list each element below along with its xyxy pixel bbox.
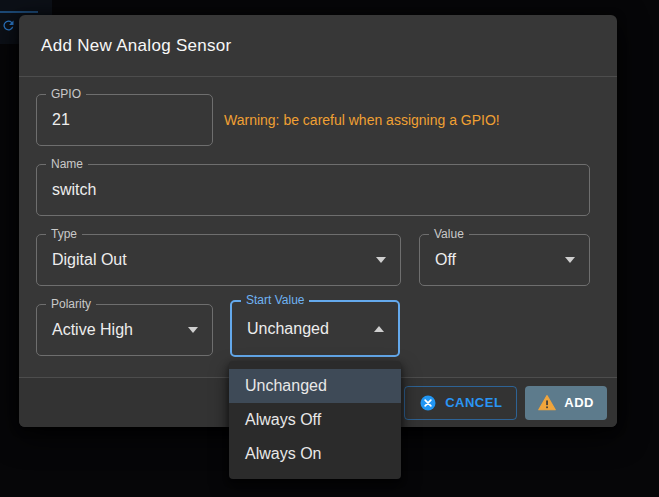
dialog-title: Add New Analog Sensor: [41, 36, 232, 56]
gpio-warning-text: Warning: be careful when assigning a GPI…: [224, 94, 584, 146]
refresh-icon[interactable]: [1, 18, 16, 33]
polarity-select[interactable]: Polarity Active High: [36, 304, 213, 356]
background-accent-line: [0, 11, 38, 13]
polarity-select-value: Active High: [37, 305, 212, 355]
dialog-header: Add New Analog Sensor: [19, 15, 617, 77]
value-select[interactable]: Value Off: [419, 234, 590, 286]
gpio-field: GPIO: [36, 94, 213, 146]
chevron-up-icon: [374, 326, 384, 332]
menu-item-always-off[interactable]: Always Off: [229, 403, 401, 437]
chevron-down-icon: [376, 257, 386, 263]
menu-item-unchanged[interactable]: Unchanged: [229, 369, 401, 403]
type-select-value: Digital Out: [37, 235, 400, 285]
add-button-label: ADD: [564, 395, 594, 410]
gpio-input[interactable]: [37, 95, 212, 145]
type-select[interactable]: Type Digital Out: [36, 234, 401, 286]
start-value-select[interactable]: Start Value Unchanged: [230, 300, 400, 357]
name-field: Name: [36, 164, 590, 216]
warning-triangle-icon: [538, 394, 556, 412]
cancel-button[interactable]: CANCEL: [404, 386, 517, 420]
value-select-value: Off: [420, 235, 589, 285]
chevron-down-icon: [565, 257, 575, 263]
menu-item-always-on[interactable]: Always On: [229, 437, 401, 471]
cancel-button-label: CANCEL: [445, 395, 502, 410]
cancel-circle-icon: [419, 394, 437, 412]
page-background: Add New Analog Sensor GPIO Warning: be c…: [0, 0, 659, 497]
add-button[interactable]: ADD: [525, 386, 607, 420]
name-input[interactable]: [37, 165, 589, 215]
chevron-down-icon: [188, 327, 198, 333]
start-value-dropdown-menu: Unchanged Always Off Always On: [229, 361, 401, 479]
